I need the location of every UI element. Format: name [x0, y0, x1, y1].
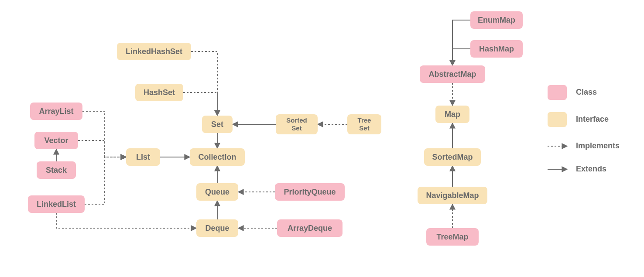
legend-interface-label: Interface: [576, 115, 609, 123]
node-collection: Collection: [190, 148, 245, 166]
svg-text:ArrayDeque: ArrayDeque: [288, 224, 332, 233]
node-map: Map: [435, 106, 469, 123]
svg-text:TreeMap: TreeMap: [436, 233, 468, 241]
node-set: Set: [202, 116, 233, 133]
legend: Class Interface Implements Extends: [548, 85, 620, 173]
edge: [78, 140, 126, 157]
node-linkedlist: LinkedList: [28, 195, 85, 213]
edge: [452, 49, 470, 65]
collections-diagram: LinkedHashSetHashSetArrayListVectorStack…: [0, 0, 644, 277]
svg-text:Stack: Stack: [46, 166, 67, 174]
svg-text:Tree: Tree: [358, 116, 371, 124]
node-list: List: [126, 148, 160, 166]
node-navigablemap: NavigableMap: [418, 187, 487, 204]
edge: [452, 20, 470, 65]
node-hashmap: HashMap: [470, 40, 523, 58]
svg-text:Queue: Queue: [205, 188, 230, 196]
node-arraylist: ArrayList: [30, 103, 82, 120]
edge: [85, 157, 126, 204]
node-vector: Vector: [34, 132, 78, 149]
node-hashset: HashSet: [135, 84, 183, 101]
svg-text:Vector: Vector: [44, 136, 68, 145]
svg-text:SortedMap: SortedMap: [432, 153, 473, 161]
svg-text:LinkedHashSet: LinkedHashSet: [126, 47, 182, 56]
svg-text:LinkedList: LinkedList: [37, 200, 76, 209]
node-treemap: TreeMap: [426, 228, 479, 246]
svg-text:Set: Set: [211, 120, 223, 129]
svg-text:PriorityQueue: PriorityQueue: [284, 188, 336, 196]
edge: [56, 213, 196, 228]
legend-interface-swatch: [548, 112, 567, 127]
svg-text:NavigableMap: NavigableMap: [426, 191, 479, 200]
node-abstractmap: AbstractMap: [420, 65, 485, 83]
node-deque: Deque: [196, 219, 238, 237]
svg-text:List: List: [136, 153, 150, 161]
legend-implements-label: Implements: [576, 141, 620, 150]
node-priorityqueue: PriorityQueue: [275, 183, 345, 201]
node-sortedmap: SortedMap: [424, 148, 481, 166]
svg-text:EnumMap: EnumMap: [478, 16, 515, 24]
svg-text:HashSet: HashSet: [144, 88, 175, 97]
svg-text:Deque: Deque: [205, 224, 229, 233]
legend-extends-label: Extends: [576, 164, 606, 173]
svg-text:AbstractMap: AbstractMap: [428, 70, 476, 79]
node-enummap: EnumMap: [470, 11, 523, 29]
svg-text:Collection: Collection: [198, 153, 236, 161]
svg-text:HashMap: HashMap: [479, 44, 514, 53]
node-treeset: TreeSet: [347, 114, 381, 134]
svg-text:Map: Map: [445, 110, 460, 119]
edge: [183, 92, 217, 116]
node-linkedhashset: LinkedHashSet: [117, 43, 191, 60]
legend-class-swatch: [548, 85, 567, 100]
node-sortedset: SortedSet: [276, 114, 318, 134]
node-arraydeque: ArrayDeque: [277, 219, 343, 237]
svg-text:Set: Set: [291, 124, 301, 132]
node-queue: Queue: [196, 183, 238, 201]
node-stack: Stack: [37, 161, 76, 179]
svg-text:Sorted: Sorted: [286, 116, 307, 124]
svg-text:Set: Set: [359, 124, 369, 132]
svg-text:ArrayList: ArrayList: [39, 107, 73, 116]
legend-class-label: Class: [576, 88, 597, 96]
edge: [191, 51, 217, 116]
